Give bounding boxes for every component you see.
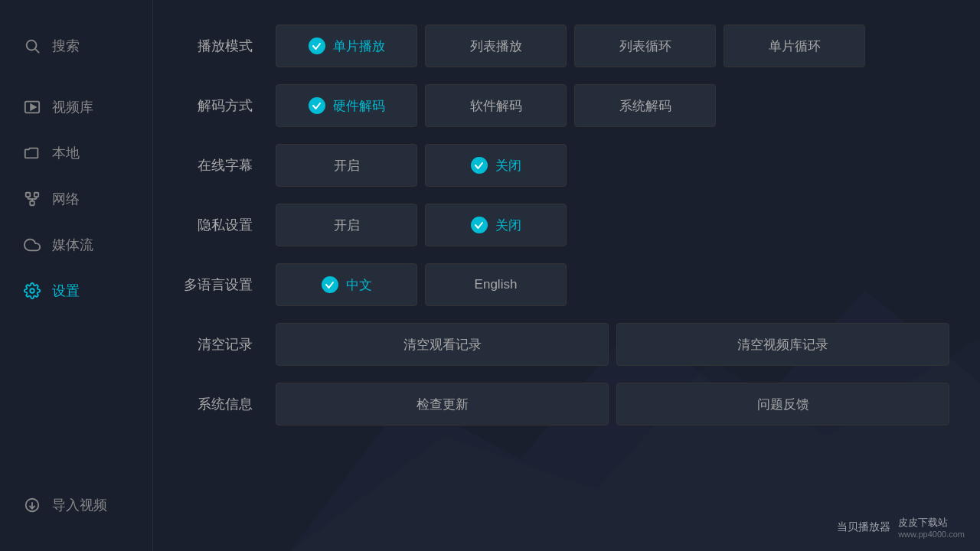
sidebar-item-label: 本地 bbox=[52, 144, 80, 162]
svg-marker-3 bbox=[31, 104, 35, 109]
online-subtitle-row: 在线字幕 开启 关闭 bbox=[184, 142, 949, 188]
check-icon bbox=[471, 157, 488, 174]
option-privacy-off[interactable]: 关闭 bbox=[425, 204, 567, 246]
watermark-site: 皮皮下载站 bbox=[898, 516, 948, 530]
clear-records-row: 清空记录 清空观看记录 清空视频库记录 bbox=[184, 321, 949, 367]
check-icon bbox=[471, 217, 488, 233]
option-clear-library[interactable]: 清空视频库记录 bbox=[616, 323, 949, 366]
sidebar-item-label: 媒体流 bbox=[52, 236, 93, 254]
system-info-label: 系统信息 bbox=[184, 395, 276, 413]
watermark-brand: 当贝播放器 bbox=[837, 520, 890, 534]
sidebar: 搜索 视频库 本地 bbox=[0, 0, 153, 551]
clear-records-options: 清空观看记录 清空视频库记录 bbox=[276, 323, 949, 366]
svg-rect-6 bbox=[30, 201, 34, 206]
sidebar-item-label: 导入视频 bbox=[52, 496, 107, 514]
language-row: 多语言设置 中文 English bbox=[184, 262, 949, 308]
svg-rect-4 bbox=[26, 193, 31, 197]
option-list-play[interactable]: 列表播放 bbox=[425, 24, 567, 67]
option-subtitle-off[interactable]: 关闭 bbox=[425, 144, 567, 187]
option-subtitle-on[interactable]: 开启 bbox=[276, 144, 417, 187]
clear-records-label: 清空记录 bbox=[184, 335, 276, 354]
sidebar-item-local[interactable]: 本地 bbox=[0, 130, 152, 176]
option-check-update[interactable]: 检查更新 bbox=[276, 383, 609, 425]
option-system-decode[interactable]: 系统解码 bbox=[574, 84, 716, 127]
option-single-loop[interactable]: 单片循环 bbox=[724, 24, 865, 67]
play-mode-label: 播放模式 bbox=[184, 37, 276, 55]
folder-icon bbox=[23, 144, 41, 162]
option-feedback[interactable]: 问题反馈 bbox=[616, 383, 949, 425]
privacy-row: 隐私设置 开启 关闭 bbox=[184, 202, 949, 248]
option-lang-zh[interactable]: 中文 bbox=[276, 263, 417, 306]
video-icon bbox=[23, 98, 41, 116]
svg-point-0 bbox=[27, 41, 37, 51]
language-label: 多语言设置 bbox=[184, 276, 276, 294]
option-software-decode[interactable]: 软件解码 bbox=[425, 84, 567, 127]
privacy-label: 隐私设置 bbox=[184, 216, 276, 234]
watermark-url: www.pp4000.com bbox=[898, 530, 965, 539]
settings-icon bbox=[23, 282, 41, 300]
sidebar-item-import[interactable]: 导入视频 bbox=[0, 482, 152, 528]
option-hardware-decode[interactable]: 硬件解码 bbox=[276, 84, 417, 127]
svg-point-11 bbox=[30, 289, 34, 293]
play-mode-row: 播放模式 单片播放 列表播放 列表循环 单片循环 bbox=[184, 23, 949, 69]
check-icon bbox=[322, 276, 338, 293]
sidebar-item-label: 设置 bbox=[52, 282, 80, 300]
check-icon bbox=[309, 97, 325, 114]
cloud-icon bbox=[23, 236, 41, 254]
option-list-loop[interactable]: 列表循环 bbox=[574, 24, 716, 67]
option-clear-watch[interactable]: 清空观看记录 bbox=[276, 323, 609, 366]
import-icon bbox=[23, 496, 41, 514]
system-info-options: 检查更新 问题反馈 bbox=[276, 383, 949, 425]
sidebar-item-video-library[interactable]: 视频库 bbox=[0, 84, 152, 130]
language-options: 中文 English bbox=[276, 263, 949, 306]
option-lang-en[interactable]: English bbox=[425, 263, 567, 306]
sidebar-item-label: 搜索 bbox=[52, 37, 80, 55]
svg-rect-5 bbox=[34, 193, 39, 197]
watermark: 当贝播放器 皮皮下载站 www.pp4000.com bbox=[837, 516, 965, 539]
main-content: 播放模式 单片播放 列表播放 列表循环 单片循环 解码方式 bbox=[153, 0, 980, 551]
sidebar-item-network[interactable]: 网络 bbox=[0, 176, 152, 222]
system-info-row: 系统信息 检查更新 问题反馈 bbox=[184, 381, 949, 427]
sidebar-item-media-stream[interactable]: 媒体流 bbox=[0, 222, 152, 268]
network-icon bbox=[23, 190, 41, 208]
sidebar-item-settings[interactable]: 设置 bbox=[0, 268, 152, 314]
sidebar-item-label: 视频库 bbox=[52, 98, 93, 116]
online-subtitle-options: 开启 关闭 bbox=[276, 144, 949, 187]
decode-mode-row: 解码方式 硬件解码 软件解码 系统解码 bbox=[184, 83, 949, 129]
sidebar-item-label: 网络 bbox=[52, 190, 80, 208]
decode-mode-options: 硬件解码 软件解码 系统解码 bbox=[276, 84, 949, 127]
online-subtitle-label: 在线字幕 bbox=[184, 156, 276, 174]
option-single-play[interactable]: 单片播放 bbox=[276, 24, 417, 67]
privacy-options: 开启 关闭 bbox=[276, 204, 949, 246]
check-icon bbox=[309, 37, 325, 54]
option-privacy-on[interactable]: 开启 bbox=[276, 204, 417, 246]
svg-line-1 bbox=[35, 49, 39, 53]
play-mode-options: 单片播放 列表播放 列表循环 单片循环 bbox=[276, 24, 949, 67]
search-icon bbox=[23, 37, 41, 55]
sidebar-item-search[interactable]: 搜索 bbox=[0, 23, 152, 69]
decode-mode-label: 解码方式 bbox=[184, 96, 276, 115]
